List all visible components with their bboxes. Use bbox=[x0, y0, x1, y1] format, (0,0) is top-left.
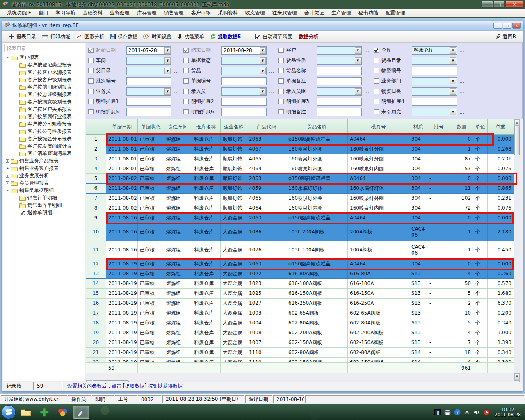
scroll-down-button[interactable]: ▼ bbox=[514, 373, 520, 379]
filter-combobox[interactable]: 2011-08-28▼ bbox=[221, 46, 267, 55]
start-button[interactable] bbox=[2, 405, 16, 419]
column-header[interactable]: 材质 bbox=[409, 119, 427, 135]
chevron-down-icon[interactable]: ▼ bbox=[164, 68, 171, 74]
taskbar-button-brush-app[interactable] bbox=[73, 406, 89, 419]
taskbar-button-folder-app[interactable] bbox=[18, 406, 34, 419]
column-header[interactable]: 数量 bbox=[450, 119, 473, 135]
table-row[interactable]: 172011-08-19已审核熔炼组料废仓库大磊金属1003602-65A阀板6… bbox=[86, 308, 514, 318]
column-header[interactable]: 模具号 bbox=[348, 119, 409, 135]
more-options-button[interactable]: … bbox=[269, 89, 274, 94]
chevron-down-icon[interactable]: ▼ bbox=[260, 88, 266, 95]
menu-item[interactable]: 库存管理 bbox=[133, 9, 160, 17]
filter-combobox[interactable]: ▼ bbox=[412, 57, 457, 65]
table-row[interactable]: 32011-08-01已审核熔炼组料废仓库顺展灯饰4065160喷泉灯外圈160… bbox=[86, 154, 514, 164]
table-row[interactable]: 92011-08-16已审核熔炼组料废仓库大磊金属2063φ150圆高帽疏栏盖A… bbox=[86, 213, 514, 223]
taskbar-button-spheres-app[interactable] bbox=[55, 406, 71, 419]
expand-icon[interactable]: + bbox=[6, 159, 9, 163]
column-header[interactable]: 责任车间 bbox=[164, 119, 192, 135]
tree-item[interactable]: 客户按公司性质报表 bbox=[3, 128, 85, 135]
chevron-down-icon[interactable]: ▼ bbox=[164, 57, 171, 64]
more-options-button[interactable]: … bbox=[269, 58, 274, 64]
filter-checkbox[interactable] bbox=[374, 89, 379, 94]
column-header[interactable]: 单位 bbox=[473, 119, 488, 135]
more-options-button[interactable]: … bbox=[174, 58, 179, 64]
table-row[interactable]: 72011-08-02已审核熔炼组料废仓库顺展灯饰4065160喷泉灯外圈160… bbox=[86, 194, 514, 203]
filter-combobox[interactable]: 2011-07-28▼ bbox=[126, 46, 171, 55]
tree-item[interactable]: 客户按满意级别报表 bbox=[3, 98, 85, 105]
filter-checkbox[interactable] bbox=[88, 78, 94, 84]
filter-combobox[interactable]: ▼ bbox=[126, 87, 171, 96]
menu-item[interactable]: 基础资料 bbox=[79, 9, 106, 17]
more-options-button[interactable]: … bbox=[174, 89, 179, 94]
table-row[interactable]: 132011-08-19已审核熔炼组料废仓库大磊金属1022616-80A阀板6… bbox=[86, 269, 514, 279]
filter-input[interactable] bbox=[317, 108, 362, 116]
toolbar-button-chart-analysis[interactable]: 图形分析 bbox=[73, 32, 107, 41]
filter-checkbox[interactable] bbox=[88, 99, 94, 104]
table-row[interactable]: 202011-08-19已审核熔炼组料废仓库大磊金属1007602-150A阀板… bbox=[86, 338, 514, 348]
filter-checkbox[interactable] bbox=[183, 109, 189, 114]
filter-combobox[interactable]: ▼ bbox=[221, 57, 267, 65]
filter-checkbox[interactable] bbox=[278, 99, 284, 104]
tree-item[interactable]: 客户按所属行业报表 bbox=[3, 113, 85, 120]
chevron-down-icon[interactable]: ▼ bbox=[450, 47, 456, 54]
chevron-down-icon[interactable]: ▼ bbox=[450, 78, 456, 84]
tree-item[interactable]: 销售订单明细 bbox=[3, 194, 85, 201]
column-header[interactable]: 货品名称 bbox=[286, 119, 348, 135]
filter-input[interactable] bbox=[412, 98, 457, 106]
menu-item[interactable]: 系统功能 F bbox=[3, 9, 35, 17]
filter-checkbox[interactable] bbox=[278, 58, 284, 63]
more-options-button[interactable]: … bbox=[459, 48, 465, 53]
filter-checkbox[interactable] bbox=[278, 48, 284, 53]
filter-checkbox[interactable] bbox=[88, 109, 94, 114]
expand-icon[interactable]: + bbox=[6, 181, 9, 185]
table-row[interactable]: 162011-08-19已审核熔炼组料废仓库大磊金属1027616-250A阀板… bbox=[86, 299, 514, 308]
filter-checkbox[interactable] bbox=[374, 99, 379, 104]
table-row[interactable]: 62011-08-02已审核熔炼组料废仓库顺展灯饰4059160水底灯灯体160… bbox=[86, 184, 514, 194]
taskbar-button-green-plus-app[interactable] bbox=[36, 406, 52, 419]
chevron-down-icon[interactable]: ▼ bbox=[450, 57, 456, 64]
chevron-down-icon[interactable]: ▼ bbox=[355, 88, 361, 95]
filter-input[interactable] bbox=[126, 98, 171, 106]
table-row[interactable]: 82011-08-02已审核熔炼组料废仓库顺展灯饰4064160喷泉灯内圈160… bbox=[86, 203, 514, 213]
filter-input[interactable] bbox=[317, 77, 362, 85]
tree-item[interactable]: 客户按信用级别报表 bbox=[3, 83, 85, 91]
more-options-button[interactable]: … bbox=[459, 58, 465, 64]
filter-checkbox[interactable] bbox=[183, 58, 189, 63]
chevron-down-icon[interactable]: ▼ bbox=[164, 88, 171, 95]
tree-item[interactable]: 客户按忠诚级别报表 bbox=[3, 91, 85, 98]
menu-item[interactable]: 客户市场 bbox=[187, 9, 215, 17]
filter-combobox[interactable]: ▼ bbox=[317, 57, 362, 65]
more-options-button[interactable]: … bbox=[459, 89, 465, 94]
chevron-down-icon[interactable]: ▼ bbox=[260, 57, 266, 64]
table-row[interactable]: 222011-08-19已审核熔炼组料废仓库大磊金属1110602-150A阀板… bbox=[86, 358, 514, 363]
filter-combobox[interactable]: ▼ bbox=[412, 108, 457, 116]
chevron-down-icon[interactable]: ▼ bbox=[450, 88, 456, 95]
filter-checkbox[interactable] bbox=[183, 89, 189, 94]
filter-combobox[interactable]: ▼ bbox=[221, 67, 267, 75]
table-row[interactable]: 142011-08-19已审核熔炼组料废仓库大磊金属1023616-100A阀板… bbox=[86, 279, 514, 289]
filter-checkbox[interactable] bbox=[88, 89, 94, 94]
column-header[interactable]: 产品代码 bbox=[247, 119, 286, 135]
menu-item[interactable]: 业务处理 bbox=[106, 9, 133, 17]
tree-item[interactable]: +会员管理报表 bbox=[3, 179, 85, 187]
tree-item[interactable]: 客户按客户关系报表 bbox=[3, 105, 85, 113]
filter-checkbox[interactable] bbox=[88, 48, 94, 53]
tray-security[interactable] bbox=[483, 409, 490, 416]
filter-checkbox[interactable] bbox=[183, 99, 189, 104]
column-header[interactable]: 企业名称 bbox=[221, 119, 247, 135]
tray-volume[interactable] bbox=[473, 409, 480, 416]
table-row[interactable]: 52011-08-02已审核熔炼组料废仓库顺展灯饰2063φ150圆高帽疏栏盖A… bbox=[86, 174, 514, 184]
table-row[interactable]: 212011-08-19已审核熔炼组料废仓库大磊金属1110602-80A阀板6… bbox=[86, 348, 514, 358]
filter-checkbox[interactable] bbox=[88, 68, 94, 73]
filter-input[interactable] bbox=[221, 98, 267, 106]
maximize-button[interactable]: □ bbox=[493, 1, 505, 8]
tree-item[interactable]: 销售出库单明细 bbox=[3, 201, 85, 209]
tray-help-tray[interactable]: ? bbox=[454, 409, 461, 416]
chevron-down-icon[interactable]: ▼ bbox=[164, 47, 171, 54]
menu-item[interactable]: 销售管理 bbox=[160, 9, 187, 17]
tree-item[interactable]: 客户按客户来源报表 bbox=[3, 68, 85, 76]
filter-input[interactable] bbox=[317, 67, 362, 75]
tray-chevron-up[interactable] bbox=[463, 409, 470, 416]
child-minimize-button[interactable]: — bbox=[493, 23, 502, 29]
tree-item-selected[interactable]: 退修单明细 bbox=[3, 209, 85, 216]
